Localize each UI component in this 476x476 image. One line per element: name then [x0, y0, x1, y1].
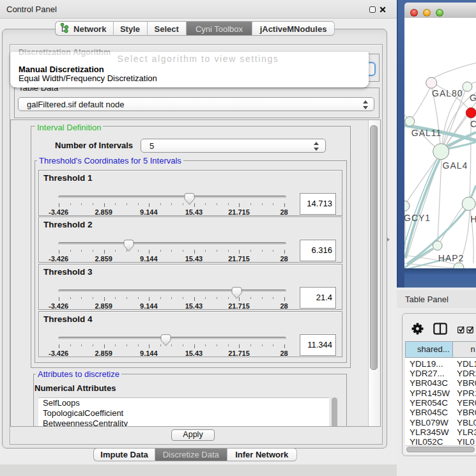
svg-text:GAL4: GAL4 — [443, 160, 468, 171]
svg-text:H: H — [470, 214, 476, 224]
svg-text:GAL80: GAL80 — [432, 88, 463, 98]
svg-text:GA: GA — [470, 93, 476, 103]
svg-text:C: C — [470, 119, 476, 129]
svg-text:HAP2: HAP2 — [438, 253, 464, 263]
svg-text:GAL11: GAL11 — [411, 128, 442, 138]
svg-text:GCY1: GCY1 — [404, 213, 431, 223]
